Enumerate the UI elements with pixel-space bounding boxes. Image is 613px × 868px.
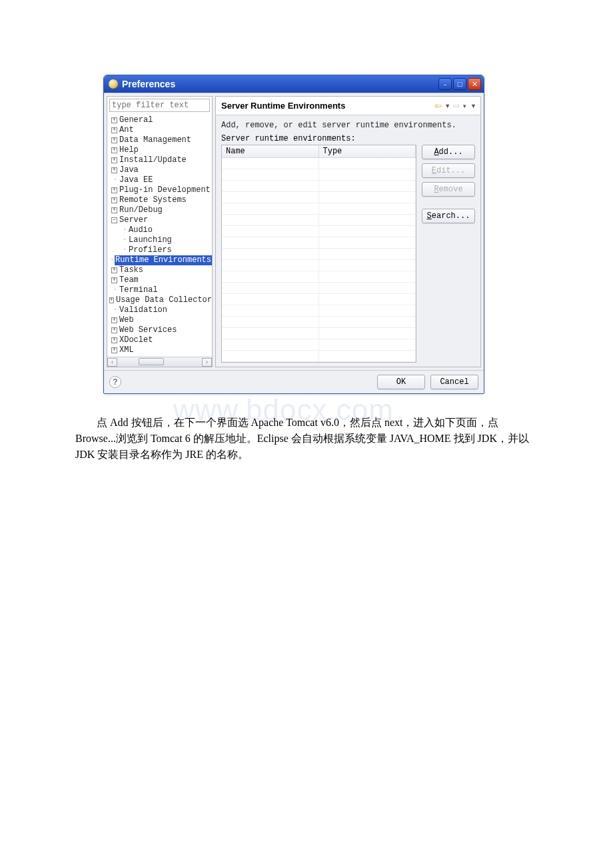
table-row[interactable] (222, 305, 416, 317)
tree-item-label: Run/Debug (119, 205, 163, 215)
table-row[interactable] (222, 169, 416, 181)
expand-icon[interactable]: + (111, 117, 117, 123)
window-title: Preferences (122, 79, 438, 89)
tree-item-label: Ant (119, 125, 134, 135)
tree-item-label: Team (119, 275, 139, 285)
expand-icon[interactable]: + (111, 207, 117, 213)
expand-icon[interactable]: + (111, 277, 117, 283)
tree-item[interactable]: ·Java EE (109, 175, 212, 185)
tree-item-label: Data Management (119, 135, 191, 145)
tree-item[interactable]: +XDoclet (109, 335, 212, 345)
scroll-left-icon[interactable]: ‹ (107, 358, 117, 367)
filter-input[interactable] (109, 99, 210, 112)
titlebar[interactable]: Preferences ‐ □ ✕ (104, 75, 484, 93)
page-header: Server Runtime Environments ⇦ ▼ ⇨ ▾ ▼ (215, 96, 481, 115)
nav-forward-icon[interactable]: ⇨ (452, 101, 462, 111)
tree-pane: +General+Ant+Data Management+Help+Instal… (107, 96, 213, 367)
tree-item[interactable]: +Run/Debug (109, 205, 212, 215)
expand-icon[interactable]: + (111, 167, 117, 173)
table-row[interactable] (222, 215, 416, 226)
tree-item-label: Validation (119, 305, 167, 315)
expand-icon[interactable]: + (111, 157, 117, 163)
table-row[interactable] (222, 283, 416, 294)
scroll-thumb[interactable] (139, 358, 164, 365)
tree-item[interactable]: +Data Management (109, 135, 212, 145)
expand-icon[interactable]: + (111, 127, 117, 133)
nav-back-menu-icon[interactable]: ▼ (444, 103, 450, 109)
tree-item-label: Runtime Environments (115, 255, 212, 265)
collapse-icon[interactable]: − (111, 217, 117, 223)
cancel-button[interactable]: Cancel (430, 375, 478, 389)
nav-back-icon[interactable]: ⇦ (433, 101, 443, 111)
table-row[interactable] (222, 317, 416, 328)
app-icon (109, 79, 118, 89)
expand-icon[interactable]: + (111, 197, 117, 203)
expand-icon[interactable]: + (109, 297, 114, 303)
table-row[interactable] (222, 158, 416, 169)
page-title: Server Runtime Environments (221, 101, 433, 111)
table-row[interactable] (222, 181, 416, 192)
table-row[interactable] (222, 226, 416, 237)
expand-icon[interactable]: + (111, 187, 117, 193)
table-row[interactable] (222, 294, 416, 305)
scroll-right-icon[interactable]: › (202, 358, 212, 367)
tree-item[interactable]: −Server (109, 215, 212, 225)
tree-item[interactable]: +Install/Update (109, 155, 212, 165)
tree-item[interactable]: +XML (109, 345, 212, 355)
expand-icon[interactable]: + (111, 317, 117, 323)
preferences-tree[interactable]: +General+Ant+Data Management+Help+Instal… (107, 114, 212, 357)
ok-button[interactable]: OK (377, 375, 425, 389)
caption-text: 点 Add 按钮后，在下一个界面选 Apache Tomcat v6.0，然后点… (75, 415, 542, 463)
tree-item[interactable]: ·Profilers (109, 245, 212, 255)
tree-item[interactable]: +Usage Data Collector (109, 295, 212, 305)
expand-icon[interactable]: + (111, 137, 117, 143)
column-type[interactable]: Type (319, 145, 416, 158)
tree-item[interactable]: +Remote Systems (109, 195, 212, 205)
tree-item[interactable]: +Tasks (109, 265, 212, 275)
expand-icon[interactable]: + (111, 347, 117, 353)
expand-icon[interactable]: + (111, 327, 117, 333)
tree-item[interactable]: +Team (109, 275, 212, 285)
table-row[interactable] (222, 237, 416, 249)
list-label: Server runtime environments: (221, 134, 475, 143)
help-icon[interactable]: ? (109, 376, 121, 388)
tree-item[interactable]: ·Terminal (109, 285, 212, 295)
tree-item-label: Plug-in Development (119, 185, 211, 195)
page-description: Add, remove, or edit server runtime envi… (221, 121, 475, 130)
maximize-button[interactable]: □ (453, 78, 466, 90)
table-row[interactable] (222, 203, 416, 215)
tree-item[interactable]: +Ant (109, 125, 212, 135)
runtime-table[interactable]: Name Type (221, 145, 416, 363)
remove-button: Remove (422, 182, 475, 197)
expand-icon[interactable]: + (111, 147, 117, 153)
table-row[interactable] (222, 351, 416, 362)
tree-item[interactable]: +Help (109, 145, 212, 155)
tree-item[interactable]: ·Runtime Environments (109, 255, 212, 265)
add-button[interactable]: Add... (422, 145, 475, 159)
tree-item[interactable]: ·Launching (109, 235, 212, 245)
tree-item[interactable]: +Web (109, 315, 212, 325)
tree-item-label: Remote Systems (119, 195, 187, 205)
tree-item[interactable]: +Web Services (109, 325, 212, 335)
table-row[interactable] (222, 192, 416, 203)
column-name[interactable]: Name (222, 145, 319, 158)
search-button[interactable]: Search... (422, 209, 475, 223)
dialog-footer: ? OK Cancel (104, 370, 484, 393)
table-row[interactable] (222, 271, 416, 283)
minimize-button[interactable]: ‐ (438, 78, 452, 90)
table-row[interactable] (222, 339, 416, 351)
tree-item[interactable]: ·Audio (109, 225, 212, 235)
nav-forward-menu-icon[interactable]: ▾ (463, 103, 466, 109)
expand-icon[interactable]: + (111, 337, 117, 343)
nav-menu-icon[interactable]: ▼ (470, 103, 476, 109)
close-button[interactable]: ✕ (468, 78, 481, 90)
tree-item[interactable]: +Plug-in Development (109, 185, 212, 195)
tree-item[interactable]: +Java (109, 165, 212, 175)
table-row[interactable] (222, 249, 416, 260)
table-row[interactable] (222, 260, 416, 271)
table-row[interactable] (222, 328, 416, 339)
tree-item[interactable]: ·Validation (109, 305, 212, 315)
expand-icon[interactable]: + (111, 267, 117, 273)
tree-scrollbar[interactable]: ‹ › (107, 357, 212, 367)
tree-item[interactable]: +General (109, 115, 212, 125)
